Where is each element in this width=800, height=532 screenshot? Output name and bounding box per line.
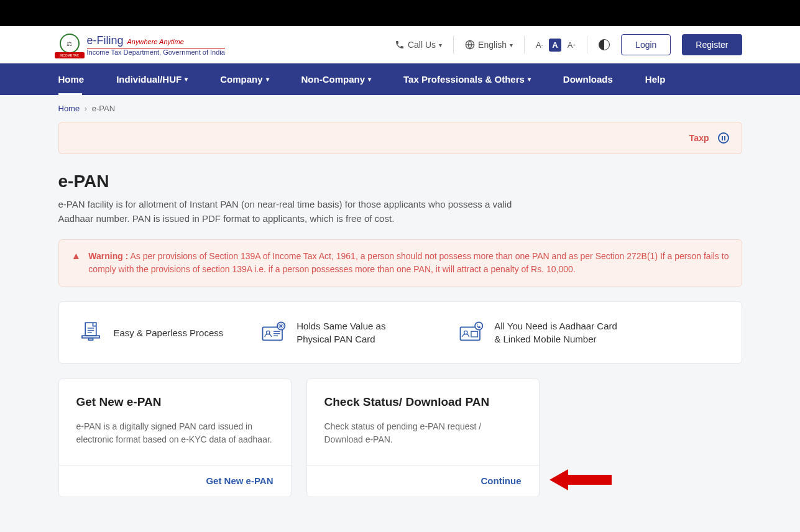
document-monitor-icon (78, 319, 104, 346)
warning-box: ▲ Warning : As per provisions of Section… (58, 239, 742, 287)
id-card-fingerprint-icon (260, 319, 287, 346)
language-dropdown[interactable]: English ▾ (465, 40, 513, 50)
globe-icon (465, 40, 475, 50)
continue-button[interactable]: Continue (481, 475, 522, 486)
svg-point-18 (475, 322, 482, 329)
logo-title: e-Filing (87, 34, 124, 47)
nav-individual-huf[interactable]: Individual/HUF▾ (116, 63, 203, 95)
warning-icon: ▲ (71, 250, 81, 276)
svg-point-8 (267, 331, 270, 334)
nav-non-company[interactable]: Non-Company▾ (301, 63, 387, 95)
id-card-phone-icon (458, 319, 484, 346)
features-box: Easy & Paperless Process Holds Same Valu… (58, 301, 742, 364)
nav-company[interactable]: Company▾ (220, 63, 283, 95)
main-navbar: Home Individual/HUF▾ Company▾ Non-Compan… (0, 63, 800, 95)
chevron-down-icon: ▾ (185, 76, 188, 83)
language-label: English (478, 40, 507, 50)
card-check-status: Check Status/ Download PAN Check status … (306, 378, 540, 497)
register-button[interactable]: Register (682, 34, 742, 55)
font-decrease-button[interactable]: A- (536, 40, 543, 50)
warning-text: As per provisions of Section 139A of Inc… (88, 251, 729, 274)
divider (524, 36, 525, 53)
call-us-dropdown[interactable]: Call Us ▾ (395, 40, 442, 50)
nav-downloads[interactable]: Downloads (563, 63, 628, 95)
svg-rect-2 (88, 338, 93, 341)
breadcrumb-separator: › (85, 104, 87, 113)
marquee-banner: Taxp (58, 122, 742, 154)
svg-point-16 (464, 331, 467, 334)
contrast-toggle[interactable] (599, 39, 610, 50)
divider (587, 36, 587, 53)
logo-tagline: Anywhere Anytime (127, 38, 184, 45)
breadcrumb: Home › e-PAN (58, 95, 742, 122)
card-description: Check status of pending e-PAN request / … (324, 420, 522, 446)
login-button[interactable]: Login (621, 34, 671, 55)
header: ⚖ INCOME TAX e-Filing Anywhere Anytime I… (0, 26, 800, 63)
emblem-icon: ⚖ INCOME TAX (58, 34, 81, 56)
svg-point-14 (280, 325, 283, 328)
page-title: e-PAN (58, 172, 742, 191)
pause-marquee-button[interactable] (718, 132, 729, 144)
feature-same-value: Holds Same Value as Physical PAN Card (260, 319, 421, 346)
phone-icon (395, 40, 405, 50)
card-title: Check Status/ Download PAN (324, 395, 522, 409)
card-description: e-PAN is a digitally signed PAN card iss… (76, 420, 274, 446)
svg-marker-19 (549, 469, 612, 490)
svg-rect-3 (85, 323, 96, 336)
chevron-down-icon: ▾ (266, 76, 269, 83)
breadcrumb-current: e-PAN (92, 104, 115, 113)
feature-text: Holds Same Value as Physical PAN Card (297, 319, 421, 346)
feature-aadhaar: All You Need is Aadhaar Card & Linked Mo… (458, 319, 618, 346)
logo-subtitle: Income Tax Department, Government of Ind… (87, 48, 225, 56)
chevron-down-icon: ▾ (510, 42, 513, 48)
breadcrumb-home[interactable]: Home (58, 104, 80, 113)
card-get-new-epan: Get New e-PAN e-PAN is a digitally signe… (58, 378, 292, 497)
get-new-epan-button[interactable]: Get New e-PAN (206, 475, 273, 486)
card-title: Get New e-PAN (76, 395, 274, 409)
chevron-down-icon: ▾ (528, 76, 531, 83)
call-us-label: Call Us (408, 40, 436, 50)
arrow-annotation (549, 464, 612, 495)
marquee-text: Taxp (689, 133, 709, 143)
svg-rect-17 (471, 331, 478, 337)
chevron-down-icon: ▾ (368, 76, 371, 83)
browser-top-bar (0, 0, 800, 26)
feature-text: Easy & Paperless Process (114, 326, 224, 339)
chevron-down-icon: ▾ (439, 42, 442, 48)
nav-home[interactable]: Home (58, 63, 85, 95)
nav-tax-professionals[interactable]: Tax Professionals & Others▾ (403, 63, 546, 95)
nav-help[interactable]: Help (645, 63, 681, 95)
feature-paperless: Easy & Paperless Process (78, 319, 224, 346)
logo-area[interactable]: ⚖ INCOME TAX e-Filing Anywhere Anytime I… (58, 34, 225, 56)
warning-label: Warning : (88, 251, 128, 261)
feature-text: All You Need is Aadhaar Card & Linked Mo… (494, 319, 618, 346)
font-increase-button[interactable]: A+ (568, 40, 576, 50)
page-description: e-PAN facility is for allotment of Insta… (58, 198, 531, 226)
font-normal-button[interactable]: A (549, 39, 561, 52)
divider (453, 36, 454, 53)
